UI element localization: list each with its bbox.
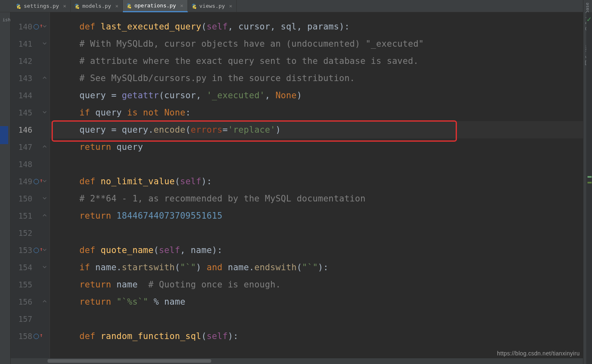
override-gutter-icon[interactable]: ↑ (34, 178, 40, 185)
override-gutter-icon[interactable]: ↑ (34, 23, 40, 30)
token-string: "`" (180, 262, 196, 272)
breakpoint-gutter-highlight (0, 126, 8, 144)
fold-open-icon[interactable] (43, 110, 48, 116)
close-icon[interactable]: × (115, 3, 118, 9)
fold-close-icon[interactable] (43, 76, 48, 81)
close-icon[interactable]: × (180, 2, 183, 9)
code-line[interactable]: def no_limit_value(self): (50, 173, 583, 190)
token-keyword: def (79, 245, 101, 255)
code-line[interactable]: def quote_name(self, name): (50, 242, 583, 259)
code-line[interactable] (50, 156, 583, 173)
code-line[interactable] (50, 310, 583, 328)
stripe-mark[interactable] (587, 176, 592, 178)
token-ident: query (95, 108, 127, 118)
fold-close-icon[interactable] (43, 299, 48, 305)
tab-label: views.py (199, 3, 225, 9)
gutter-line-number[interactable]: 158 (11, 328, 50, 345)
code-line[interactable] (50, 224, 583, 242)
gutter-line-number[interactable]: 146 (11, 121, 50, 138)
horizontal-scrollbar-thumb[interactable] (47, 359, 211, 363)
code-line[interactable]: query = getattr(cursor, '_executed', Non… (50, 87, 583, 104)
close-icon[interactable]: × (229, 3, 232, 9)
code-line[interactable]: # See MySQLdb/cursors.py in the source d… (50, 70, 583, 87)
fold-open-icon[interactable] (43, 265, 48, 271)
ide-root: ish settings.py×models.py×operations.py×… (0, 0, 592, 364)
token-keyword: return (79, 142, 117, 152)
override-gutter-icon[interactable]: ↑ (34, 333, 40, 339)
token-comment: # See MySQLdb/cursors.py in the source d… (79, 73, 355, 83)
token-string: 'replace' (228, 125, 276, 135)
token-default: : (185, 108, 191, 118)
token-keyword: return (79, 280, 117, 289)
fold-open-icon[interactable] (43, 196, 48, 202)
fold-open-icon[interactable] (43, 248, 48, 253)
editor-tab-bar: settings.py×models.py×operations.py×view… (0, 0, 592, 12)
token-def: random_function_sql (101, 331, 201, 341)
code-line[interactable]: def last_executed_query(self, cursor, sq… (50, 18, 583, 35)
gutter-line-number[interactable]: 148 (11, 156, 50, 173)
code-line[interactable]: return query (50, 138, 583, 156)
token-ident: query = (79, 90, 122, 100)
token-comment: # Quoting once is enough. (148, 280, 281, 289)
token-kwarg: errors (191, 125, 223, 135)
token-comment: # 2**64 - 1, as recommended by the MySQL… (79, 194, 366, 203)
gutter-line-number[interactable]: 155 (11, 276, 50, 293)
token-default: ) (276, 125, 281, 135)
token-string: '_executed' (207, 90, 265, 100)
token-keyword: is not (127, 108, 165, 118)
token-keyword: and (207, 262, 228, 272)
code-area[interactable]: def last_executed_query(self, cursor, sq… (50, 12, 583, 364)
code-line[interactable]: # 2**64 - 1, as recommended by the MySQL… (50, 190, 583, 207)
token-def: no_limit_value (101, 176, 175, 186)
fold-open-icon[interactable] (43, 41, 48, 47)
gutter[interactable]: 140↑141142143144145146147148149↑15015115… (11, 12, 50, 364)
override-gutter-icon[interactable]: ↑ (34, 247, 40, 253)
token-default: , name): (180, 245, 223, 255)
fold-close-icon[interactable] (43, 145, 48, 150)
gutter-line-number[interactable]: 144 (11, 87, 50, 104)
horizontal-scrollbar[interactable] (11, 358, 583, 364)
token-default: (cursor, (159, 90, 207, 100)
code-line[interactable]: if name.startswith("`") and name.endswit… (50, 259, 583, 276)
code-line[interactable]: # attribute where the exact query sent t… (50, 52, 583, 70)
token-default: ) (297, 90, 302, 100)
stripe-mark[interactable] (587, 182, 592, 183)
left-tool-stripe[interactable]: ish (0, 0, 11, 364)
fold-open-icon[interactable] (43, 24, 48, 30)
gutter-line-number[interactable]: 142 (11, 52, 50, 70)
token-ident: % name (148, 297, 185, 307)
fold-open-icon[interactable] (43, 179, 48, 185)
tab-views-py[interactable]: views.py× (188, 0, 237, 12)
token-default: , cursor, sql, params): (228, 22, 350, 32)
token-default: = (223, 125, 228, 135)
tab-settings-py[interactable]: settings.py× (12, 0, 71, 12)
tab-operations-py[interactable]: operations.py× (123, 0, 188, 12)
code-line[interactable]: # With MySQLdb, cursor objects have an (… (50, 35, 583, 52)
code-line[interactable]: def random_function_sql(self): (50, 328, 583, 345)
token-default: ( (201, 331, 207, 341)
token-keyword: return (79, 211, 117, 221)
watermark-text: https://blog.csdn.net/tianxinyiru (497, 350, 580, 357)
python-file-icon (191, 3, 197, 9)
code-line[interactable]: query = query.encode(errors='replace') (50, 121, 583, 138)
token-param-self: self (180, 176, 201, 186)
error-stripe[interactable]: ✓ (586, 12, 592, 364)
tab-models-py[interactable]: models.py× (71, 0, 123, 12)
gutter-line-number[interactable]: 152 (11, 224, 50, 242)
token-default: ( (297, 262, 302, 272)
token-ident: name (117, 280, 149, 289)
token-string: "`" (302, 262, 318, 272)
gutter-line-number[interactable]: 157 (11, 310, 50, 328)
token-comment: # attribute where the exact query sent t… (79, 56, 418, 66)
token-default: ( (175, 176, 180, 186)
code-line[interactable]: return 18446744073709551615 (50, 207, 583, 224)
code-line[interactable]: return name # Quoting once is enough. (50, 276, 583, 293)
token-default: ( (154, 245, 159, 255)
fold-close-icon[interactable] (43, 213, 48, 219)
tab-label: models.py (82, 3, 111, 9)
code-line[interactable]: return "`%s`" % name (50, 293, 583, 310)
editor-pane[interactable]: 140↑141142143144145146147148149↑15015115… (11, 12, 583, 364)
python-file-icon (126, 3, 132, 9)
close-icon[interactable]: × (63, 3, 66, 9)
code-line[interactable]: if query is not None: (50, 104, 583, 121)
